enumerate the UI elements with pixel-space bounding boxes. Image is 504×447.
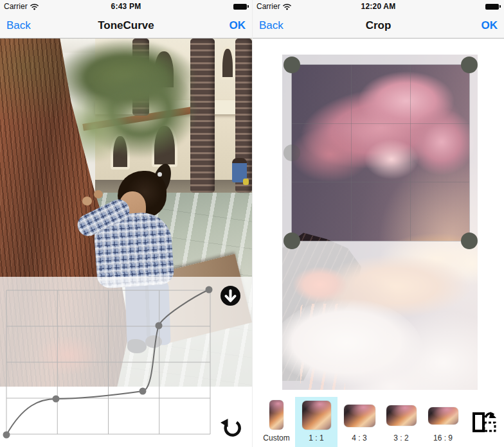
back-button[interactable]: Back bbox=[253, 19, 299, 32]
aspect-thumb bbox=[269, 400, 284, 430]
photo-editor-screens: Carrier 6:43 PM Back ToneCurve OK bbox=[0, 0, 504, 447]
crop-handle-bottom-left[interactable] bbox=[284, 232, 300, 249]
crop-grid-line bbox=[292, 182, 469, 182]
crop-grid-line bbox=[292, 123, 469, 124]
tonecurve-editor[interactable] bbox=[0, 277, 252, 447]
page-title: ToneCurve bbox=[46, 19, 206, 32]
clock: 12:20 AM bbox=[330, 2, 427, 11]
crop-image-stage bbox=[282, 55, 478, 390]
wifi-icon bbox=[282, 3, 292, 10]
aspect-thumb bbox=[386, 405, 417, 426]
nav-bar: Back Crop OK bbox=[253, 13, 504, 39]
scene-lava bbox=[292, 267, 348, 302]
photo-background-bag bbox=[243, 179, 249, 185]
battery-icon bbox=[233, 4, 249, 10]
battery-icon bbox=[485, 4, 501, 10]
photo-child-hand bbox=[82, 197, 92, 206]
aspect-option-custom[interactable]: Custom bbox=[258, 397, 295, 447]
crop-handle-mid-left[interactable] bbox=[284, 145, 300, 161]
rotate-crop-icon bbox=[471, 409, 497, 435]
page-title: Crop bbox=[299, 19, 458, 32]
back-button[interactable]: Back bbox=[0, 19, 46, 32]
aspect-option-4-3[interactable]: 4 : 3 bbox=[339, 397, 380, 447]
aspect-option-1-1[interactable]: 1 : 1 bbox=[295, 397, 338, 447]
wifi-icon bbox=[30, 3, 39, 10]
aspect-label: 4 : 3 bbox=[352, 434, 366, 447]
aspect-label: 16 : 9 bbox=[433, 434, 453, 447]
crop-grid-line bbox=[410, 65, 411, 241]
aspect-label: Custom bbox=[263, 434, 289, 447]
aspect-option-3-2[interactable]: 3 : 2 bbox=[381, 397, 421, 447]
aspect-ratio-bar: Custom 1 : 1 4 : 3 3 : 2 16 : 9 bbox=[253, 397, 504, 447]
crop-handle-bottom-right[interactable] bbox=[461, 232, 478, 249]
tonecurve-screen: Carrier 6:43 PM Back ToneCurve OK bbox=[0, 0, 252, 447]
clock: 6:43 PM bbox=[77, 2, 175, 11]
tonecurve-grid bbox=[6, 290, 210, 434]
undo-reset-icon[interactable] bbox=[219, 416, 244, 438]
aspect-thumb bbox=[428, 407, 458, 425]
aspect-label: 3 : 2 bbox=[393, 434, 408, 447]
aspect-option-16-9[interactable]: 16 : 9 bbox=[422, 397, 464, 447]
photo-child-hand bbox=[94, 190, 103, 198]
rotate-crop-button[interactable] bbox=[467, 397, 501, 447]
ok-button[interactable]: OK bbox=[206, 19, 252, 32]
status-bar: Carrier 6:43 PM bbox=[0, 0, 252, 13]
aspect-label: 1 : 1 bbox=[309, 434, 323, 447]
crop-handle-top-left[interactable] bbox=[284, 57, 300, 73]
photo-window bbox=[220, 46, 235, 80]
ok-button[interactable]: OK bbox=[458, 19, 504, 32]
crop-window[interactable] bbox=[291, 64, 470, 241]
download-apply-icon[interactable] bbox=[220, 285, 241, 306]
crop-grid-line bbox=[351, 65, 352, 241]
carrier-label: Carrier bbox=[256, 2, 280, 11]
aspect-thumb bbox=[344, 405, 375, 427]
photo-child-hairtie bbox=[158, 172, 162, 177]
crop-screen: Custom 1 : 1 4 : 3 3 : 2 16 : 9 bbox=[252, 0, 504, 447]
status-bar: Carrier 12:20 AM bbox=[253, 0, 504, 13]
nav-bar: Back ToneCurve OK bbox=[0, 13, 252, 39]
crop-handle-top-right[interactable] bbox=[461, 57, 478, 73]
carrier-label: Carrier bbox=[4, 2, 28, 11]
aspect-thumb bbox=[302, 401, 331, 430]
